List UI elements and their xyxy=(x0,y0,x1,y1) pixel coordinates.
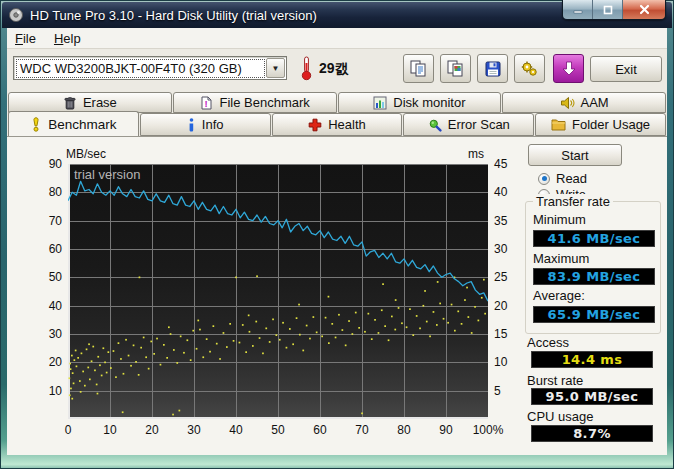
tab-label: Folder Usage xyxy=(572,117,650,132)
right-axis-ticks: 45403530252015105 xyxy=(494,164,520,419)
download-arrow-icon xyxy=(561,60,577,77)
drive-select[interactable]: WDC WD3200BJKT-00F4T0 (320 GB) ▼ xyxy=(13,56,287,80)
tab-benchmark[interactable]: Benchmark xyxy=(8,111,139,136)
caption-button-group xyxy=(562,0,666,20)
y-tick-label: 5 xyxy=(494,384,520,398)
tab-info[interactable]: Info xyxy=(140,113,271,136)
options-button[interactable] xyxy=(514,54,545,83)
y-tick-label: 20 xyxy=(36,355,62,369)
x-tick-label: 0 xyxy=(65,423,72,437)
read-radio-circle[interactable] xyxy=(538,173,550,185)
minimize-icon xyxy=(573,5,583,14)
y-tick-label: 35 xyxy=(494,214,520,228)
chevron-down-icon[interactable]: ▼ xyxy=(266,58,285,78)
toolbar: WDC WD3200BJKT-00F4T0 (320 GB) ▼ 29캜 xyxy=(7,50,667,90)
y-tick-label: 10 xyxy=(494,355,520,369)
cpu-usage-label: CPU usage xyxy=(527,409,593,424)
y-tick-label: 20 xyxy=(494,299,520,313)
menu-file[interactable]: File xyxy=(15,31,36,46)
maximize-button[interactable] xyxy=(593,0,623,19)
trial-watermark: trial version xyxy=(74,167,140,182)
x-tick-label: 50 xyxy=(271,423,284,437)
tab-erase[interactable]: Erase xyxy=(8,92,172,113)
y-tick-label: 60 xyxy=(36,242,62,256)
copy-image-button[interactable] xyxy=(440,54,471,83)
info-icon xyxy=(187,118,196,132)
options-icon xyxy=(520,59,539,78)
y-tick-label: 40 xyxy=(494,185,520,199)
tab-label: Error Scan xyxy=(448,117,510,132)
minimum-label: Minimum xyxy=(533,212,586,227)
window-content: File Help WDC WD3200BJKT-00F4T0 (320 GB)… xyxy=(7,28,667,455)
folder-icon xyxy=(551,118,566,131)
tab-label: File Benchmark xyxy=(219,95,309,110)
x-axis-ticks: 0102030405060708090100% xyxy=(68,423,488,437)
tab-file-benchmark[interactable]: ! File Benchmark xyxy=(173,92,337,113)
tab-error-scan[interactable]: Error Scan xyxy=(403,113,534,136)
tab-label: Benchmark xyxy=(48,117,116,132)
tab-disk-monitor[interactable]: Disk monitor xyxy=(338,92,502,113)
tab-folder-usage[interactable]: Folder Usage xyxy=(535,113,666,136)
benchmark-page: MB/sec ms trial version 9080706050403020… xyxy=(7,136,667,455)
y-tick-label: 45 xyxy=(494,157,520,171)
file-exclamation-icon: ! xyxy=(199,96,213,110)
y-tick-label: 15 xyxy=(494,327,520,341)
tab-label: Erase xyxy=(83,95,117,110)
app-window: HD Tune Pro 3.10 - Hard Disk Utility (tr… xyxy=(0,0,674,469)
tab-health[interactable]: Health xyxy=(272,113,403,136)
y-tick-label: 30 xyxy=(36,327,62,341)
temperature-value: 29캜 xyxy=(319,60,349,78)
tab-aam[interactable]: AAM xyxy=(502,92,666,113)
burst-rate-value: 95.0 MB/sec xyxy=(531,388,653,405)
y-tick-label: 50 xyxy=(36,270,62,284)
copy-image-icon xyxy=(446,59,465,78)
x-tick-label: 60 xyxy=(313,423,326,437)
copy-text-button[interactable] xyxy=(403,54,434,83)
average-value: 65.9 MB/sec xyxy=(533,306,655,323)
x-tick-label: 10 xyxy=(103,423,116,437)
y-tick-label: 25 xyxy=(494,270,520,284)
y-tick-label: 80 xyxy=(36,185,62,199)
read-radio[interactable]: Read xyxy=(538,171,587,186)
maximum-value: 83.9 MB/sec xyxy=(533,268,655,285)
trash-icon xyxy=(63,96,77,110)
maximize-icon xyxy=(603,5,613,15)
y-tick-label: 10 xyxy=(36,384,62,398)
benchmark-chart: trial version xyxy=(68,164,488,419)
exclamation-icon xyxy=(30,117,42,132)
burst-rate-label: Burst rate xyxy=(527,373,583,388)
bar-chart-icon xyxy=(373,96,387,110)
close-icon xyxy=(639,4,650,15)
download-update-button[interactable] xyxy=(553,54,584,83)
x-tick-label: 40 xyxy=(229,423,242,437)
start-button[interactable]: Start xyxy=(528,144,622,166)
x-tick-label: 80 xyxy=(397,423,410,437)
tab-row-bottom: Benchmark Info Health xyxy=(8,113,666,136)
copy-text-icon xyxy=(409,59,428,78)
y-tick-label: 30 xyxy=(494,242,520,256)
right-axis-title: ms xyxy=(468,147,484,161)
minimize-button[interactable] xyxy=(563,0,593,19)
chart-plot-area xyxy=(68,164,488,419)
y-tick-label: 90 xyxy=(36,157,62,171)
x-tick-label: 70 xyxy=(355,423,368,437)
average-label: Average: xyxy=(533,288,585,303)
speaker-icon xyxy=(560,96,575,110)
tab-label: Health xyxy=(328,117,366,132)
minimum-value: 41.6 MB/sec xyxy=(533,230,655,247)
menu-help[interactable]: Help xyxy=(54,31,81,46)
x-tick-label: 90 xyxy=(439,423,452,437)
magnifier-icon xyxy=(428,118,442,132)
exit-button[interactable]: Exit xyxy=(590,56,662,82)
save-button[interactable] xyxy=(477,54,508,83)
y-tick-label: 70 xyxy=(36,214,62,228)
menu-bar: File Help xyxy=(7,28,667,49)
close-button[interactable] xyxy=(623,0,665,19)
x-tick-label: 100% xyxy=(473,423,504,437)
window-title: HD Tune Pro 3.10 - Hard Disk Utility (tr… xyxy=(30,8,317,23)
tab-label: AAM xyxy=(581,95,609,110)
app-icon xyxy=(8,7,24,23)
transfer-rate-legend: Transfer rate xyxy=(533,194,613,209)
health-cross-icon xyxy=(308,118,322,132)
left-axis-title: MB/sec xyxy=(66,147,106,161)
